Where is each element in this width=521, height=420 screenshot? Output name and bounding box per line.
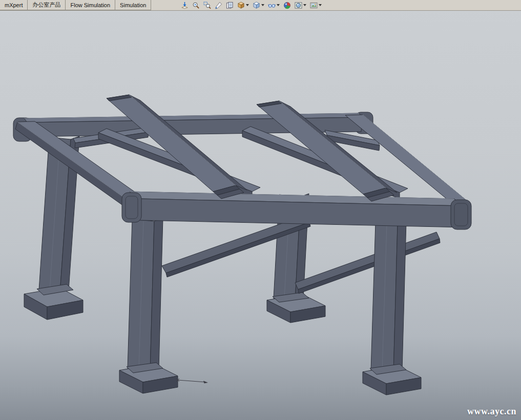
dropdown-arrow-icon[interactable] (261, 4, 264, 6)
tab-simulation[interactable]: Simulation (115, 0, 151, 10)
view-settings-icon[interactable] (310, 1, 322, 10)
viewport-3d[interactable] (0, 0, 521, 420)
zoom-in-out-icon[interactable] (215, 1, 222, 10)
zoom-to-area-icon[interactable] (203, 1, 211, 10)
tab-office-products[interactable]: 办公室产品 (27, 0, 66, 10)
rotate-view-icon[interactable] (226, 1, 234, 10)
tab-flow-simulation[interactable]: Flow Simulation (65, 0, 115, 10)
view-orientation-icon[interactable] (237, 1, 249, 10)
normal-to-icon[interactable] (181, 1, 189, 10)
view-toolbar (181, 0, 322, 10)
model-front-rail[interactable] (122, 192, 471, 229)
command-bar: mXpert 办公室产品 Flow Simulation Simulation (0, 0, 521, 11)
hide-show-items-icon[interactable] (268, 1, 280, 10)
dropdown-arrow-icon[interactable] (277, 4, 280, 6)
watermark: www.ayc.cn (467, 406, 516, 417)
display-style-icon[interactable] (253, 1, 264, 10)
steel-frame-model[interactable] (0, 0, 521, 420)
model-leg-front-left[interactable] (119, 218, 178, 393)
edit-appearance-icon[interactable] (283, 1, 291, 10)
zoom-to-fit-icon[interactable] (192, 1, 200, 10)
dropdown-arrow-icon[interactable] (319, 4, 322, 6)
model-brace-right[interactable] (295, 232, 440, 293)
tab-mxpert[interactable]: mXpert (0, 0, 28, 10)
dropdown-arrow-icon[interactable] (303, 4, 306, 6)
sketch-annotation[interactable] (176, 379, 208, 384)
dropdown-arrow-icon[interactable] (246, 4, 249, 6)
apply-scene-icon[interactable] (295, 1, 306, 10)
command-tabs: mXpert 办公室产品 Flow Simulation Simulation (0, 0, 151, 10)
